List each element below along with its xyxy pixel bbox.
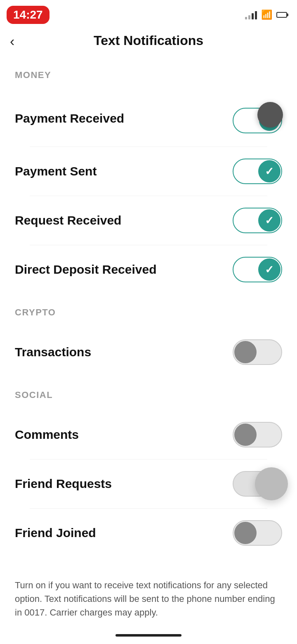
toggle-label-comments: Comments xyxy=(15,428,79,442)
toggle-knob xyxy=(234,522,257,544)
toggle-row-payment-sent: Payment Sent xyxy=(15,147,282,196)
toggle-row-friend-requests: Friend Requests xyxy=(15,459,282,508)
back-button[interactable]: ‹ xyxy=(10,34,14,48)
wifi-icon: 📶 xyxy=(261,9,272,20)
page-title: Text Notifications xyxy=(94,33,203,48)
toggle-knob xyxy=(234,424,257,446)
toggle-transactions[interactable] xyxy=(233,339,282,365)
footer-text: Turn on if you want to receive text noti… xyxy=(15,578,282,619)
toggle-request-received[interactable] xyxy=(233,208,282,233)
toggle-label-direct-deposit: Direct Deposit Received xyxy=(15,263,156,277)
section-social: SOCIAL Comments Friend Requests Friend J… xyxy=(0,376,297,557)
toggle-row-request-received: Request Received xyxy=(15,196,282,245)
toggle-knob xyxy=(255,467,288,500)
toggle-row-payment-received: Payment Received xyxy=(15,90,282,147)
section-money: MONEY Payment Received Payment Sent Requ… xyxy=(0,57,297,294)
home-indicator xyxy=(116,634,182,637)
toggle-raised-knob xyxy=(257,102,283,128)
status-time: 14:27 xyxy=(7,6,50,24)
toggle-row-transactions: Transactions xyxy=(15,328,282,376)
toggle-label-payment-received: Payment Received xyxy=(15,111,124,125)
toggle-row-comments: Comments xyxy=(15,410,282,459)
status-icons: 📶 xyxy=(245,9,287,20)
toggle-friend-joined[interactable] xyxy=(233,520,282,546)
toggle-label-friend-joined: Friend Joined xyxy=(15,526,96,540)
toggle-label-transactions: Transactions xyxy=(15,345,91,359)
header: ‹ Text Notifications xyxy=(0,25,297,57)
toggle-row-direct-deposit: Direct Deposit Received xyxy=(15,245,282,294)
status-bar: 14:27 📶 xyxy=(0,0,297,25)
section-crypto: CRYPTO Transactions xyxy=(0,294,297,376)
toggle-payment-sent[interactable] xyxy=(233,159,282,184)
toggle-label-friend-requests: Friend Requests xyxy=(15,477,112,491)
toggle-label-request-received: Request Received xyxy=(15,213,121,227)
toggle-payment-received[interactable] xyxy=(233,102,282,135)
section-label-crypto: CRYPTO xyxy=(15,307,282,318)
signal-icon xyxy=(245,10,257,19)
toggle-label-payment-sent: Payment Sent xyxy=(15,164,97,178)
toggle-knob xyxy=(258,209,280,232)
toggle-knob xyxy=(234,341,257,363)
section-label-money: MONEY xyxy=(15,70,282,80)
battery-icon xyxy=(276,12,287,18)
section-label-social: SOCIAL xyxy=(15,390,282,400)
toggle-row-friend-joined: Friend Joined xyxy=(15,509,282,557)
toggle-direct-deposit[interactable] xyxy=(233,257,282,282)
toggle-knob xyxy=(258,160,280,182)
toggle-comments[interactable] xyxy=(233,422,282,447)
toggle-friend-requests[interactable] xyxy=(233,471,282,497)
toggle-knob xyxy=(258,258,280,281)
